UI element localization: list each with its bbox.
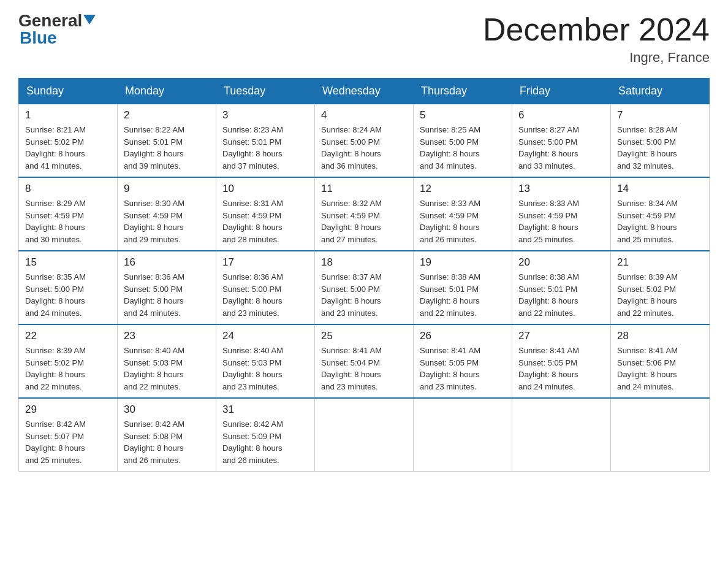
calendar-week-1: 1 Sunrise: 8:21 AMSunset: 5:02 PMDayligh… [19, 104, 710, 178]
day-number: 23 [124, 330, 210, 342]
table-row: 1 Sunrise: 8:21 AMSunset: 5:02 PMDayligh… [19, 104, 118, 178]
table-row: 8 Sunrise: 8:29 AMSunset: 4:59 PMDayligh… [19, 177, 118, 251]
day-number: 27 [518, 330, 604, 342]
day-info: Sunrise: 8:31 AMSunset: 4:59 PMDaylight:… [222, 199, 283, 244]
table-row: 26 Sunrise: 8:41 AMSunset: 5:05 PMDaylig… [414, 324, 512, 398]
day-number: 15 [25, 256, 111, 269]
table-row: 29 Sunrise: 8:42 AMSunset: 5:07 PMDaylig… [19, 398, 118, 472]
day-number: 22 [25, 330, 111, 342]
day-number: 26 [420, 330, 506, 342]
day-info: Sunrise: 8:40 AMSunset: 5:03 PMDaylight:… [124, 346, 184, 391]
table-row: 25 Sunrise: 8:41 AMSunset: 5:04 PMDaylig… [315, 324, 414, 398]
day-info: Sunrise: 8:23 AMSunset: 5:01 PMDaylight:… [222, 125, 283, 170]
page-header: General Blue December 2024 Ingre, France [18, 12, 710, 66]
day-number: 18 [321, 256, 407, 269]
location-text: Ingre, France [483, 50, 710, 66]
day-number: 28 [617, 330, 703, 342]
day-number: 31 [222, 404, 308, 416]
day-number: 5 [420, 109, 506, 121]
table-row: 24 Sunrise: 8:40 AMSunset: 5:03 PMDaylig… [216, 324, 315, 398]
day-info: Sunrise: 8:41 AMSunset: 5:04 PMDaylight:… [321, 346, 382, 391]
logo: General Blue [18, 12, 97, 48]
day-number: 30 [124, 404, 210, 416]
day-number: 6 [518, 109, 604, 121]
table-row: 9 Sunrise: 8:30 AMSunset: 4:59 PMDayligh… [118, 177, 216, 251]
day-number: 19 [420, 256, 506, 269]
table-row: 3 Sunrise: 8:23 AMSunset: 5:01 PMDayligh… [216, 104, 315, 178]
table-row: 4 Sunrise: 8:24 AMSunset: 5:00 PMDayligh… [315, 104, 414, 178]
calendar-table: Sunday Monday Tuesday Wednesday Thursday… [18, 78, 710, 472]
day-number: 2 [124, 109, 210, 121]
day-info: Sunrise: 8:42 AMSunset: 5:09 PMDaylight:… [222, 419, 283, 465]
table-row: 14 Sunrise: 8:34 AMSunset: 4:59 PMDaylig… [611, 177, 710, 251]
day-info: Sunrise: 8:28 AMSunset: 5:00 PMDaylight:… [617, 125, 678, 170]
table-row [315, 398, 414, 472]
day-info: Sunrise: 8:29 AMSunset: 4:59 PMDaylight:… [25, 199, 86, 244]
logo-triangle-icon [83, 15, 96, 25]
day-info: Sunrise: 8:24 AMSunset: 5:00 PMDaylight:… [321, 125, 382, 170]
table-row: 12 Sunrise: 8:33 AMSunset: 4:59 PMDaylig… [414, 177, 512, 251]
table-row: 15 Sunrise: 8:35 AMSunset: 5:00 PMDaylig… [19, 251, 118, 324]
table-row: 21 Sunrise: 8:39 AMSunset: 5:02 PMDaylig… [611, 251, 710, 324]
day-info: Sunrise: 8:21 AMSunset: 5:02 PMDaylight:… [25, 125, 86, 170]
day-info: Sunrise: 8:32 AMSunset: 4:59 PMDaylight:… [321, 199, 382, 244]
day-info: Sunrise: 8:33 AMSunset: 4:59 PMDaylight:… [420, 199, 480, 244]
day-number: 14 [617, 183, 703, 195]
day-info: Sunrise: 8:42 AMSunset: 5:08 PMDaylight:… [124, 419, 184, 465]
day-info: Sunrise: 8:42 AMSunset: 5:07 PMDaylight:… [25, 419, 86, 465]
table-row: 10 Sunrise: 8:31 AMSunset: 4:59 PMDaylig… [216, 177, 315, 251]
day-info: Sunrise: 8:38 AMSunset: 5:01 PMDaylight:… [518, 272, 579, 318]
logo-general-text: General [18, 12, 82, 29]
calendar-week-2: 8 Sunrise: 8:29 AMSunset: 4:59 PMDayligh… [19, 177, 710, 251]
day-number: 25 [321, 330, 407, 342]
table-row: 16 Sunrise: 8:36 AMSunset: 5:00 PMDaylig… [118, 251, 216, 324]
day-number: 13 [518, 183, 604, 195]
day-number: 7 [617, 109, 703, 121]
day-info: Sunrise: 8:39 AMSunset: 5:02 PMDaylight:… [25, 346, 86, 391]
day-info: Sunrise: 8:41 AMSunset: 5:06 PMDaylight:… [617, 346, 678, 391]
table-row: 11 Sunrise: 8:32 AMSunset: 4:59 PMDaylig… [315, 177, 414, 251]
day-info: Sunrise: 8:33 AMSunset: 4:59 PMDaylight:… [518, 199, 579, 244]
day-info: Sunrise: 8:41 AMSunset: 5:05 PMDaylight:… [420, 346, 480, 391]
header-friday: Friday [512, 79, 611, 104]
table-row: 22 Sunrise: 8:39 AMSunset: 5:02 PMDaylig… [19, 324, 118, 398]
table-row: 5 Sunrise: 8:25 AMSunset: 5:00 PMDayligh… [414, 104, 512, 178]
table-row: 19 Sunrise: 8:38 AMSunset: 5:01 PMDaylig… [414, 251, 512, 324]
month-title: December 2024 [483, 12, 710, 47]
table-row [611, 398, 710, 472]
day-info: Sunrise: 8:30 AMSunset: 4:59 PMDaylight:… [124, 199, 184, 244]
day-info: Sunrise: 8:34 AMSunset: 4:59 PMDaylight:… [617, 199, 678, 244]
day-number: 3 [222, 109, 308, 121]
calendar-week-4: 22 Sunrise: 8:39 AMSunset: 5:02 PMDaylig… [19, 324, 710, 398]
day-number: 10 [222, 183, 308, 195]
header-monday: Monday [118, 79, 216, 104]
day-info: Sunrise: 8:35 AMSunset: 5:00 PMDaylight:… [25, 272, 86, 318]
day-number: 24 [222, 330, 308, 342]
day-info: Sunrise: 8:36 AMSunset: 5:00 PMDaylight:… [124, 272, 184, 318]
table-row: 20 Sunrise: 8:38 AMSunset: 5:01 PMDaylig… [512, 251, 611, 324]
day-info: Sunrise: 8:41 AMSunset: 5:05 PMDaylight:… [518, 346, 579, 391]
day-number: 12 [420, 183, 506, 195]
day-number: 21 [617, 256, 703, 269]
header-wednesday: Wednesday [315, 79, 414, 104]
table-row [512, 398, 611, 472]
day-number: 20 [518, 256, 604, 269]
day-info: Sunrise: 8:22 AMSunset: 5:01 PMDaylight:… [124, 125, 184, 170]
day-number: 17 [222, 256, 308, 269]
calendar-header-row: Sunday Monday Tuesday Wednesday Thursday… [19, 79, 710, 104]
day-info: Sunrise: 8:39 AMSunset: 5:02 PMDaylight:… [617, 272, 678, 318]
day-number: 16 [124, 256, 210, 269]
header-tuesday: Tuesday [216, 79, 315, 104]
day-number: 9 [124, 183, 210, 195]
day-info: Sunrise: 8:36 AMSunset: 5:00 PMDaylight:… [222, 272, 283, 318]
day-info: Sunrise: 8:40 AMSunset: 5:03 PMDaylight:… [222, 346, 283, 391]
table-row: 23 Sunrise: 8:40 AMSunset: 5:03 PMDaylig… [118, 324, 216, 398]
table-row: 18 Sunrise: 8:37 AMSunset: 5:00 PMDaylig… [315, 251, 414, 324]
day-number: 8 [25, 183, 111, 195]
table-row: 17 Sunrise: 8:36 AMSunset: 5:00 PMDaylig… [216, 251, 315, 324]
header-thursday: Thursday [414, 79, 512, 104]
day-info: Sunrise: 8:25 AMSunset: 5:00 PMDaylight:… [420, 125, 480, 170]
table-row: 30 Sunrise: 8:42 AMSunset: 5:08 PMDaylig… [118, 398, 216, 472]
table-row: 6 Sunrise: 8:27 AMSunset: 5:00 PMDayligh… [512, 104, 611, 178]
table-row: 31 Sunrise: 8:42 AMSunset: 5:09 PMDaylig… [216, 398, 315, 472]
